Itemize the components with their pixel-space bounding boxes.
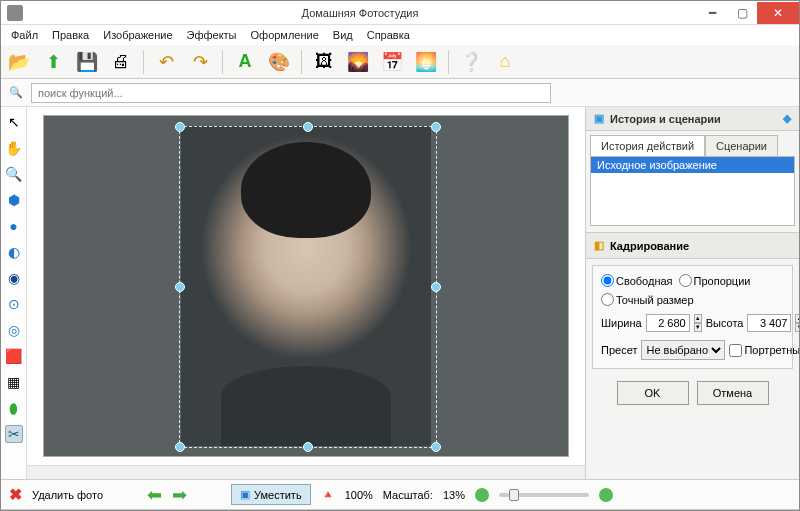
undo-icon[interactable]: ↶	[154, 50, 178, 74]
clone-icon[interactable]: ⊙	[5, 295, 23, 313]
zoom100-label[interactable]: 100%	[345, 489, 373, 501]
statusbar: ✖ Удалить фото ⬅ ➡ ▣Уместить 🔺 100% Масш…	[1, 479, 799, 509]
open-icon[interactable]: 📂	[7, 50, 31, 74]
toolbar-divider	[301, 50, 302, 74]
history-title: История и сценарии	[610, 113, 721, 125]
zoom100-icon[interactable]: 🔺	[321, 488, 335, 501]
history-icon: ▣	[594, 112, 604, 125]
collapse-icon[interactable]: ◆	[783, 112, 791, 125]
height-spinner[interactable]: ▲▼	[795, 314, 800, 332]
width-spinner[interactable]: ▲▼	[694, 314, 702, 332]
pointer-icon[interactable]: ↖	[5, 113, 23, 131]
history-list[interactable]: Исходное изображение	[590, 156, 795, 226]
history-item-original[interactable]: Исходное изображение	[591, 157, 794, 173]
menu-file[interactable]: Файл	[5, 27, 44, 43]
menu-image[interactable]: Изображение	[97, 27, 178, 43]
delete-icon[interactable]: ✖	[9, 485, 22, 504]
brush-icon[interactable]: ●	[5, 217, 23, 235]
help-icon[interactable]: ❔	[459, 50, 483, 74]
crop-handle-tc[interactable]	[303, 122, 313, 132]
portrait-checkbox[interactable]: Портретные	[729, 344, 800, 357]
preset-select[interactable]: Не выбрано	[641, 340, 725, 360]
width-input[interactable]	[646, 314, 690, 332]
app-icon	[7, 5, 23, 21]
crop-handle-tl[interactable]	[175, 122, 185, 132]
tab-scenarios[interactable]: Сценарии	[705, 135, 778, 156]
toolbar-divider	[448, 50, 449, 74]
horizontal-scrollbar[interactable]	[27, 465, 585, 479]
ok-button[interactable]: OK	[617, 381, 689, 405]
crop-handle-bc[interactable]	[303, 442, 313, 452]
radio-exact[interactable]: Точный размер	[601, 293, 694, 306]
crop-handle-mr[interactable]	[431, 282, 441, 292]
crop-handle-tr[interactable]	[431, 122, 441, 132]
palette-icon[interactable]: 🎨	[267, 50, 291, 74]
canvas-area[interactable]	[27, 107, 585, 465]
preset-label: Пресет	[601, 344, 637, 356]
next-arrow-icon[interactable]: ➡	[172, 484, 187, 506]
right-panel: ▣ История и сценарии ◆ История действий …	[585, 107, 799, 479]
collage-icon[interactable]: 🌅	[414, 50, 438, 74]
menu-help[interactable]: Справка	[361, 27, 416, 43]
print-icon[interactable]: 🖨	[109, 50, 133, 74]
crop-handle-ml[interactable]	[175, 282, 185, 292]
fit-button[interactable]: ▣Уместить	[231, 484, 311, 505]
width-label: Ширина	[601, 317, 642, 329]
minimize-button[interactable]: ━	[697, 2, 727, 24]
scale-value: 13%	[443, 489, 465, 501]
search-row: 🔍	[1, 79, 799, 107]
home-icon[interactable]: ⌂	[493, 50, 517, 74]
menu-effects[interactable]: Эффекты	[181, 27, 243, 43]
export-icon[interactable]: ⬆	[41, 50, 65, 74]
save-icon[interactable]: 💾	[75, 50, 99, 74]
zoom-out-icon[interactable]	[475, 488, 489, 502]
menu-view[interactable]: Вид	[327, 27, 359, 43]
height-label: Высота	[706, 317, 744, 329]
left-toolbox: ↖ ✋ 🔍 ⬢ ● ◐ ◉ ⊙ ◎ 🟥 ▦ ⬮ ✂	[1, 107, 27, 479]
redo-icon[interactable]: ↷	[188, 50, 212, 74]
crop-section-title: Кадрирование	[610, 240, 689, 252]
menu-edit[interactable]: Правка	[46, 27, 95, 43]
prev-arrow-icon[interactable]: ⬅	[147, 484, 162, 506]
window-title: Домашняя Фотостудия	[23, 7, 697, 19]
tab-history[interactable]: История действий	[590, 135, 705, 156]
menubar: Файл Правка Изображение Эффекты Оформлен…	[1, 25, 799, 45]
drop-icon[interactable]: ⬢	[5, 191, 23, 209]
crop-handle-bl[interactable]	[175, 442, 185, 452]
image1-icon[interactable]: 🖼	[312, 50, 336, 74]
close-button[interactable]: ✕	[757, 2, 799, 24]
search-input[interactable]	[31, 83, 551, 103]
zoom-in-icon[interactable]	[599, 488, 613, 502]
scale-label: Масштаб:	[383, 489, 433, 501]
radio-free[interactable]: Свободная	[601, 274, 673, 287]
hand-icon[interactable]: ✋	[5, 139, 23, 157]
main-toolbar: 📂 ⬆ 💾 🖨 ↶ ↷ A 🎨 🖼 🌄 📅 🌅 ❔ ⌂	[1, 45, 799, 79]
crop-section-icon: ◧	[594, 239, 604, 252]
zoom-icon[interactable]: 🔍	[5, 165, 23, 183]
stamp-icon[interactable]: ⬮	[5, 399, 23, 417]
height-input[interactable]	[747, 314, 791, 332]
crop-tool-icon[interactable]: ✂	[5, 425, 23, 443]
maximize-button[interactable]: ▢	[727, 2, 757, 24]
cancel-button[interactable]: Отмена	[697, 381, 769, 405]
calendar-icon[interactable]: 📅	[380, 50, 404, 74]
crop-handle-br[interactable]	[431, 442, 441, 452]
image2-icon[interactable]: 🌄	[346, 50, 370, 74]
radio-proportions[interactable]: Пропорции	[679, 274, 751, 287]
zoom-slider-knob[interactable]	[509, 489, 519, 501]
toolbar-divider	[222, 50, 223, 74]
toolbar-divider	[143, 50, 144, 74]
canvas-background	[43, 115, 569, 457]
color-bars-icon[interactable]: 🟥	[5, 347, 23, 365]
titlebar: Домашняя Фотостудия ━ ▢ ✕	[1, 1, 799, 25]
zoom-slider[interactable]	[499, 493, 589, 497]
search-icon[interactable]: 🔍	[7, 84, 25, 102]
text-icon[interactable]: A	[233, 50, 257, 74]
blur-icon[interactable]: ◐	[5, 243, 23, 261]
crop-rectangle[interactable]	[179, 126, 437, 448]
menu-design[interactable]: Оформление	[245, 27, 325, 43]
delete-label[interactable]: Удалить фото	[32, 489, 103, 501]
eye-icon[interactable]: ◉	[5, 269, 23, 287]
swirl-icon[interactable]: ◎	[5, 321, 23, 339]
grid-icon[interactable]: ▦	[5, 373, 23, 391]
